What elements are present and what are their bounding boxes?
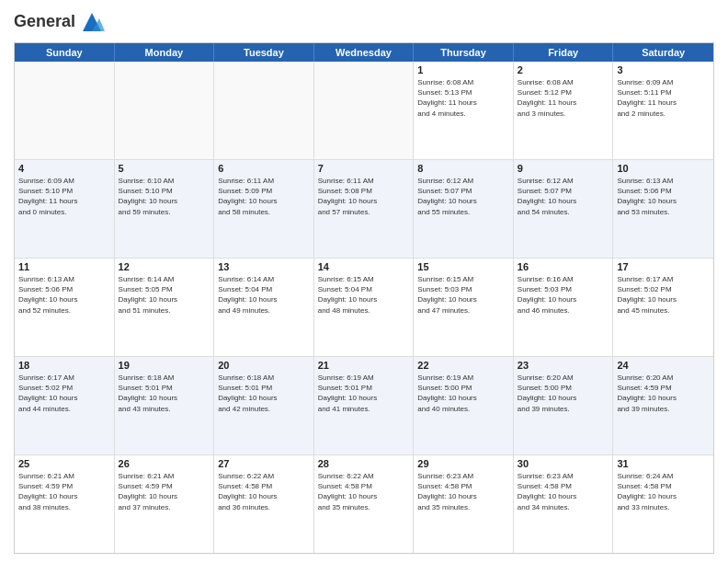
- day-cell-13: 13Sunrise: 6:14 AMSunset: 5:04 PMDayligh…: [214, 259, 314, 356]
- daylight-label: Daylight: 10 hours: [318, 295, 377, 304]
- day-info: Sunrise: 6:23 AMSunset: 4:58 PMDaylight:…: [417, 471, 509, 512]
- day-number: 4: [18, 163, 110, 174]
- daylight-label: Daylight: 10 hours: [617, 197, 676, 205]
- day-number: 13: [218, 261, 310, 272]
- empty-cell: [214, 62, 314, 159]
- empty-cell: [15, 62, 115, 159]
- day-cell-19: 19Sunrise: 6:18 AMSunset: 5:01 PMDayligh…: [115, 357, 215, 454]
- calendar-row-3: 11Sunrise: 6:13 AMSunset: 5:06 PMDayligh…: [15, 259, 713, 357]
- day-number: 10: [617, 163, 710, 174]
- daylight-label: Daylight: 10 hours: [617, 492, 676, 500]
- daylight-label: Daylight: 10 hours: [617, 394, 676, 402]
- day-number: 9: [518, 163, 609, 174]
- day-number: 30: [518, 458, 609, 469]
- day-number: 2: [518, 64, 609, 75]
- day-number: 22: [417, 360, 509, 371]
- calendar-header: SundayMondayTuesdayWednesdayThursdayFrid…: [15, 43, 713, 62]
- daylight-label: Daylight: 10 hours: [417, 394, 476, 402]
- day-info: Sunrise: 6:11 AMSunset: 5:08 PMDaylight:…: [318, 176, 410, 217]
- day-info: Sunrise: 6:08 AMSunset: 5:13 PMDaylight:…: [417, 77, 509, 119]
- day-info: Sunrise: 6:11 AMSunset: 5:09 PMDaylight:…: [218, 176, 310, 217]
- day-info: Sunrise: 6:12 AMSunset: 5:07 PMDaylight:…: [417, 176, 509, 217]
- day-cell-26: 26Sunrise: 6:21 AMSunset: 4:59 PMDayligh…: [115, 455, 215, 553]
- day-info: Sunrise: 6:19 AMSunset: 5:00 PMDaylight:…: [417, 373, 509, 414]
- calendar-row-4: 18Sunrise: 6:17 AMSunset: 5:02 PMDayligh…: [15, 357, 713, 455]
- daylight-label: Daylight: 10 hours: [417, 295, 476, 304]
- daylight-label: Daylight: 10 hours: [318, 394, 377, 402]
- calendar-row-2: 4Sunrise: 6:09 AMSunset: 5:10 PMDaylight…: [15, 160, 713, 259]
- daylight-label: Daylight: 10 hours: [18, 295, 77, 304]
- day-cell-2: 2Sunrise: 6:08 AMSunset: 5:12 PMDaylight…: [514, 62, 614, 159]
- day-header-friday: Friday: [514, 43, 614, 62]
- daylight-label: Daylight: 10 hours: [18, 492, 77, 500]
- day-number: 12: [119, 261, 210, 272]
- day-cell-5: 5Sunrise: 6:10 AMSunset: 5:10 PMDaylight…: [115, 160, 215, 258]
- daylight-label: Daylight: 10 hours: [417, 492, 476, 500]
- day-number: 28: [318, 458, 410, 469]
- day-header-thursday: Thursday: [414, 43, 514, 62]
- daylight-label: Daylight: 10 hours: [318, 197, 377, 205]
- day-number: 11: [18, 261, 110, 272]
- day-number: 23: [518, 360, 609, 371]
- day-number: 29: [417, 458, 509, 469]
- daylight-label: Daylight: 10 hours: [518, 394, 576, 402]
- day-number: 26: [119, 458, 210, 469]
- day-cell-12: 12Sunrise: 6:14 AMSunset: 5:05 PMDayligh…: [115, 259, 215, 356]
- day-info: Sunrise: 6:14 AMSunset: 5:04 PMDaylight:…: [218, 274, 310, 316]
- day-header-wednesday: Wednesday: [314, 43, 415, 62]
- day-info: Sunrise: 6:22 AMSunset: 4:58 PMDaylight:…: [218, 471, 310, 512]
- day-cell-3: 3Sunrise: 6:09 AMSunset: 5:11 PMDaylight…: [613, 62, 713, 159]
- daylight-label: Daylight: 10 hours: [119, 295, 177, 304]
- day-info: Sunrise: 6:09 AMSunset: 5:10 PMDaylight:…: [18, 176, 110, 217]
- daylight-label: Daylight: 11 hours: [518, 98, 576, 107]
- day-number: 5: [119, 163, 210, 174]
- day-number: 21: [318, 360, 410, 371]
- daylight-label: Daylight: 10 hours: [617, 295, 676, 304]
- daylight-label: Daylight: 10 hours: [218, 295, 277, 304]
- day-number: 31: [617, 458, 710, 469]
- day-cell-23: 23Sunrise: 6:20 AMSunset: 5:00 PMDayligh…: [514, 357, 614, 454]
- day-number: 14: [318, 261, 410, 272]
- day-cell-31: 31Sunrise: 6:24 AMSunset: 4:58 PMDayligh…: [613, 455, 713, 553]
- day-cell-6: 6Sunrise: 6:11 AMSunset: 5:09 PMDaylight…: [214, 160, 314, 258]
- day-info: Sunrise: 6:17 AMSunset: 5:02 PMDaylight:…: [18, 373, 110, 414]
- day-cell-17: 17Sunrise: 6:17 AMSunset: 5:02 PMDayligh…: [613, 259, 713, 356]
- day-info: Sunrise: 6:09 AMSunset: 5:11 PMDaylight:…: [617, 77, 710, 119]
- day-cell-1: 1Sunrise: 6:08 AMSunset: 5:13 PMDaylight…: [414, 62, 514, 159]
- daylight-label: Daylight: 10 hours: [218, 492, 277, 500]
- day-cell-22: 22Sunrise: 6:19 AMSunset: 5:00 PMDayligh…: [414, 357, 514, 454]
- day-header-saturday: Saturday: [613, 43, 713, 62]
- day-number: 27: [218, 458, 310, 469]
- calendar-body: 1Sunrise: 6:08 AMSunset: 5:13 PMDaylight…: [15, 62, 713, 553]
- day-number: 16: [518, 261, 609, 272]
- daylight-label: Daylight: 11 hours: [417, 98, 476, 107]
- empty-cell: [115, 62, 215, 159]
- day-number: 24: [617, 360, 710, 371]
- day-cell-7: 7Sunrise: 6:11 AMSunset: 5:08 PMDaylight…: [314, 160, 415, 258]
- day-number: 1: [417, 64, 509, 75]
- empty-cell: [314, 62, 415, 159]
- day-number: 18: [18, 360, 110, 371]
- day-cell-11: 11Sunrise: 6:13 AMSunset: 5:06 PMDayligh…: [15, 259, 115, 356]
- day-info: Sunrise: 6:14 AMSunset: 5:05 PMDaylight:…: [119, 274, 210, 316]
- day-number: 15: [417, 261, 509, 272]
- daylight-label: Daylight: 10 hours: [318, 492, 377, 500]
- daylight-label: Daylight: 10 hours: [119, 492, 177, 500]
- day-info: Sunrise: 6:13 AMSunset: 5:06 PMDaylight:…: [18, 274, 110, 316]
- day-info: Sunrise: 6:18 AMSunset: 5:01 PMDaylight:…: [218, 373, 310, 414]
- logo-general: General: [14, 13, 75, 31]
- day-number: 19: [119, 360, 210, 371]
- day-number: 7: [318, 163, 410, 174]
- day-cell-10: 10Sunrise: 6:13 AMSunset: 5:06 PMDayligh…: [613, 160, 713, 258]
- day-number: 17: [617, 261, 710, 272]
- day-header-monday: Monday: [115, 43, 215, 62]
- day-info: Sunrise: 6:21 AMSunset: 4:59 PMDaylight:…: [119, 471, 210, 512]
- day-info: Sunrise: 6:16 AMSunset: 5:03 PMDaylight:…: [518, 274, 609, 316]
- day-info: Sunrise: 6:15 AMSunset: 5:04 PMDaylight:…: [318, 274, 410, 316]
- daylight-label: Daylight: 10 hours: [518, 197, 576, 205]
- day-number: 20: [218, 360, 310, 371]
- day-number: 8: [417, 163, 509, 174]
- daylight-label: Daylight: 10 hours: [119, 394, 177, 402]
- day-info: Sunrise: 6:24 AMSunset: 4:58 PMDaylight:…: [617, 471, 710, 512]
- day-cell-4: 4Sunrise: 6:09 AMSunset: 5:10 PMDaylight…: [15, 160, 115, 258]
